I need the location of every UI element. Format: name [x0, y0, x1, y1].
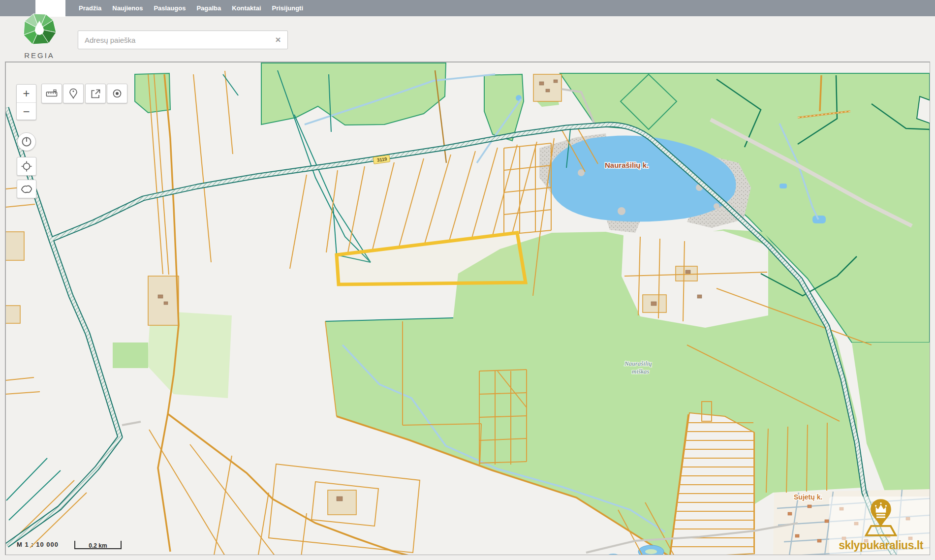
map-scale-bar: 0.2 km: [74, 541, 122, 549]
zoom-control: + −: [16, 84, 36, 120]
locate-button[interactable]: [107, 84, 127, 103]
regia-logo[interactable]: REGIA: [21, 13, 58, 60]
zoom-out-button[interactable]: −: [17, 103, 36, 121]
export-button[interactable]: [85, 84, 106, 103]
crosshair-icon: [21, 160, 32, 172]
address-search: ×: [78, 31, 288, 49]
time-icon: [21, 136, 32, 147]
lithuania-extent-icon: [21, 184, 32, 194]
page: Pradžia Naujienos Paslaugos Pagalba Kont…: [0, 0, 935, 560]
label-village-southeast: Sujetų k.: [794, 493, 822, 501]
measure-icon: [46, 89, 58, 98]
search-input[interactable]: [78, 31, 288, 49]
nav-item-paslaugos[interactable]: Paslaugos: [154, 4, 186, 12]
label-village-north: Naurašilių k.: [605, 161, 649, 169]
nav-item-pagalba[interactable]: Pagalba: [196, 4, 221, 12]
top-navbar: Pradžia Naujienos Paslaugos Pagalba Kont…: [0, 0, 935, 16]
nav-item-naujienos[interactable]: Naujienos: [112, 4, 143, 12]
marker-button[interactable]: [63, 84, 84, 103]
label-forest-line2: miškas: [632, 368, 649, 375]
map-scale-ratio: M 1 : 10 000: [17, 541, 59, 548]
map-container: Naurašilių k. Naurašilių miškas Sujetų k…: [5, 62, 930, 555]
marker-icon: [69, 88, 78, 99]
export-icon: [90, 88, 101, 99]
nav-item-prisijungti[interactable]: Prisijungti: [272, 4, 304, 12]
sklypukaralius-watermark: sklypukaralius.lt: [829, 497, 930, 555]
map-canvas[interactable]: Naurašilių k. Naurašilių miškas Sujetų k…: [5, 62, 930, 555]
nav-item-pradzia[interactable]: Pradžia: [79, 4, 101, 12]
crown-pin-icon: [865, 498, 897, 538]
zoom-in-button[interactable]: +: [17, 85, 36, 102]
crosshair-button[interactable]: [17, 157, 36, 176]
measure-button[interactable]: [41, 84, 62, 103]
search-clear-icon[interactable]: ×: [272, 34, 284, 46]
locate-icon: [112, 88, 123, 99]
time-slider-button[interactable]: [17, 132, 36, 151]
nav-item-kontaktai[interactable]: Kontaktai: [232, 4, 261, 12]
regia-gem-icon: [21, 13, 58, 46]
main-menu: Pradžia Naujienos Paslaugos Pagalba Kont…: [79, 0, 303, 16]
label-forest-line1: Naurašilių: [624, 360, 652, 367]
logo-text: REGIA: [21, 51, 58, 60]
lithuania-extent-button[interactable]: [17, 180, 36, 198]
